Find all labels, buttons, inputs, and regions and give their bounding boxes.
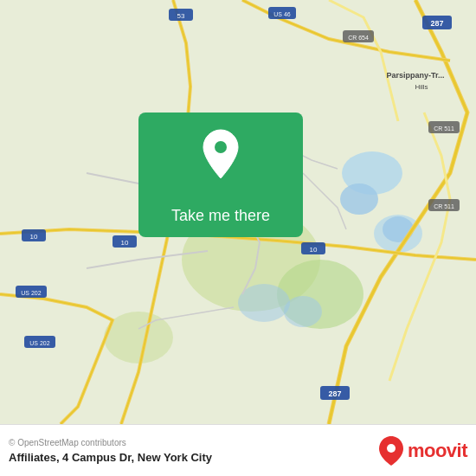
svg-text:10: 10 [121,239,129,247]
footer-text-block: © OpenStreetMap contributors Affiliates,… [9,438,212,464]
svg-point-6 [340,183,378,215]
moovit-text: moovit [408,440,467,462]
location-label: Affiliates, 4 Campus Dr, New York City [9,451,212,464]
svg-text:CR 654: CR 654 [348,35,369,41]
take-me-there-button[interactable]: Take me there [138,195,303,237]
svg-text:10: 10 [30,233,38,241]
button-overlay: Take me there [134,113,307,237]
svg-text:Hills: Hills [415,83,428,91]
svg-point-38 [215,141,227,153]
pin-panel [138,113,303,195]
location-pin-icon [200,128,241,180]
svg-text:287: 287 [430,19,443,28]
svg-text:US 202: US 202 [21,290,41,296]
map-area: 287 10 10 53 53 US 46 US 202 US 202 10 [0,0,476,424]
svg-text:US 202: US 202 [29,340,49,346]
footer-bar: © OpenStreetMap contributors Affiliates,… [0,424,476,476]
svg-point-8 [238,284,290,322]
svg-text:53: 53 [177,12,185,20]
svg-text:287: 287 [328,389,341,398]
moovit-logo: moovit [378,435,467,466]
svg-text:Parsippany-Tr...: Parsippany-Tr... [386,71,444,80]
svg-text:10: 10 [310,246,318,254]
svg-text:CR 511: CR 511 [434,125,454,132]
svg-point-9 [284,296,322,327]
svg-text:US 46: US 46 [273,11,291,17]
osm-credit: © OpenStreetMap contributors [9,438,212,447]
moovit-icon [378,435,404,466]
svg-text:CR 511: CR 511 [434,203,454,209]
svg-point-39 [387,444,396,453]
